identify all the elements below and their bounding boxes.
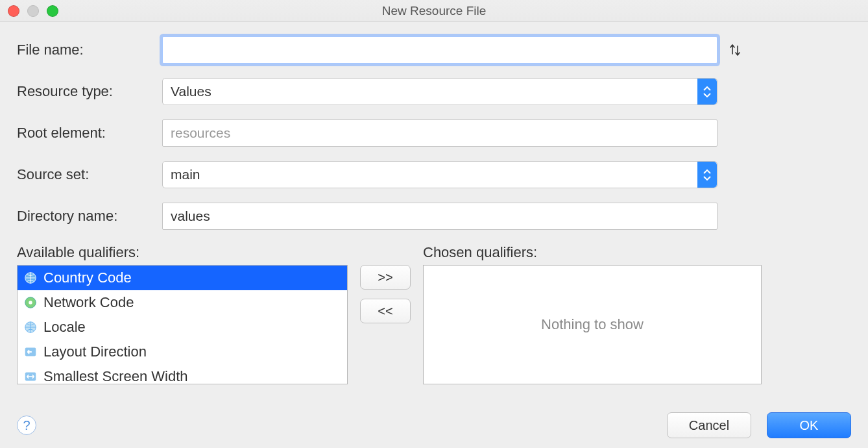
dialog-content: File name: Resource type: Values Root el… [0,22,868,384]
label-root-element: Root element: [17,125,162,142]
titlebar: New Resource File [0,0,868,22]
available-qualifiers-label: Available qualifiers: [17,244,348,261]
chosen-empty-text: Nothing to show [541,316,644,333]
row-source-set: Source set: main [17,161,851,188]
list-item[interactable]: Country Code [18,266,347,290]
available-qualifiers-list[interactable]: Country CodeNetwork CodeLocaleLayout Dir… [17,265,348,384]
select-arrows-icon [697,162,717,188]
globe-flag-icon [23,270,38,286]
list-item-label: Smallest Screen Width [43,368,188,384]
row-directory-name: Directory name: [17,203,851,230]
row-resource-type: Resource type: Values [17,78,851,105]
remove-qualifier-button[interactable]: << [360,299,411,323]
qualifiers-section: Available qualifiers: Country CodeNetwor… [17,244,851,384]
list-item[interactable]: Layout Direction [18,340,347,364]
ok-button[interactable]: OK [767,412,851,438]
directory-name-input[interactable] [162,203,717,230]
chosen-qualifiers-label: Chosen qualifiers: [423,244,762,261]
list-item[interactable]: Smallest Screen Width [18,364,347,384]
file-name-input[interactable] [162,36,717,64]
select-arrows-icon [697,79,717,105]
list-item-label: Network Code [43,294,134,311]
globe-icon [23,319,38,335]
screen-width-icon [23,369,38,384]
label-directory-name: Directory name: [17,208,162,225]
reorder-icon[interactable] [725,42,745,58]
source-set-value: main [171,167,200,182]
resource-type-value: Values [171,84,211,99]
source-set-select[interactable]: main [162,161,717,188]
network-icon [23,295,38,310]
help-button[interactable]: ? [17,416,36,435]
chosen-qualifiers-list[interactable]: Nothing to show [423,265,762,384]
layout-direction-icon [23,344,38,360]
list-item-label: Locale [43,319,86,336]
cancel-button[interactable]: Cancel [667,412,751,438]
svg-point-2 [29,301,32,305]
root-element-input[interactable] [162,119,717,147]
row-root-element: Root element: [17,119,851,147]
add-qualifier-button[interactable]: >> [360,265,411,290]
list-item[interactable]: Locale [18,315,347,340]
help-icon: ? [23,418,30,433]
resource-type-select[interactable]: Values [162,78,717,105]
label-source-set: Source set: [17,166,162,183]
list-item-label: Country Code [43,269,132,286]
label-resource-type: Resource type: [17,83,162,100]
list-item-label: Layout Direction [43,343,147,360]
label-file-name: File name: [17,42,162,58]
list-item[interactable]: Network Code [18,290,347,315]
window-title: New Resource File [0,4,868,18]
transfer-buttons: >> << [358,265,413,384]
dialog-footer: ? Cancel OK [0,408,868,448]
row-file-name: File name: [17,36,851,64]
